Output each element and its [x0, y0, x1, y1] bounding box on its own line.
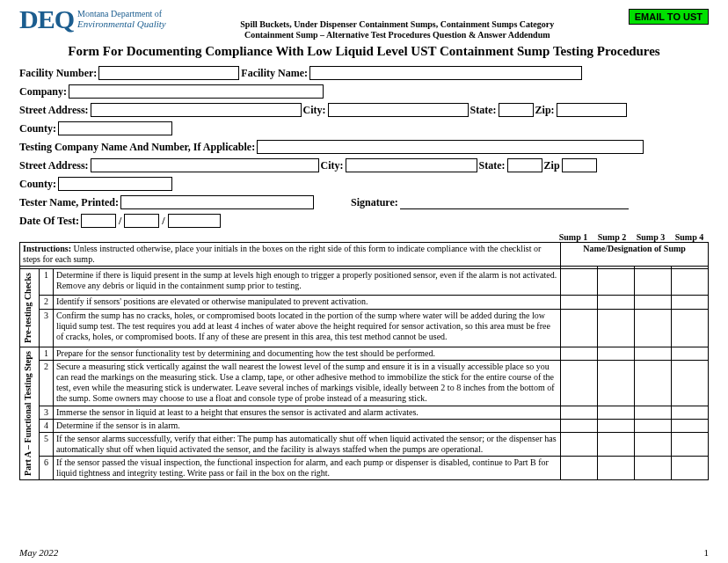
input-testing-company[interactable]	[257, 140, 644, 154]
input-date-dd[interactable]	[124, 214, 159, 228]
parta-3-s4[interactable]	[672, 406, 709, 419]
parta-6-s3[interactable]	[635, 456, 672, 479]
pretest-3-s1[interactable]	[561, 310, 598, 347]
pretest-1-s2[interactable]	[598, 269, 635, 296]
parta-5-s3[interactable]	[635, 432, 672, 456]
pretest-3-s3[interactable]	[635, 310, 672, 347]
pretest-2-s2[interactable]	[598, 295, 635, 309]
label-zip1: Zip:	[535, 104, 555, 117]
input-zip2[interactable]	[562, 158, 597, 172]
parta-6-s2[interactable]	[598, 456, 635, 479]
pretest-section-label: Pre-testing Checks	[20, 269, 40, 347]
input-facility-name[interactable]	[309, 66, 582, 80]
row-testing-company: Testing Company Name And Number, If Appl…	[19, 140, 709, 154]
input-tester[interactable]	[120, 195, 314, 209]
parta-4-s2[interactable]	[598, 419, 635, 432]
label-testing-company: Testing Company Name And Number, If Appl…	[19, 141, 255, 154]
parta-1-s2[interactable]	[598, 347, 635, 361]
input-facility-number[interactable]	[98, 66, 239, 80]
sump-col-3: Sump 3	[633, 232, 668, 242]
email-to-ust-button[interactable]: EMAIL TO UST	[629, 9, 709, 25]
input-zip1[interactable]	[557, 103, 627, 117]
parta-2-s3[interactable]	[635, 361, 672, 406]
row-date: Date Of Test: / /	[19, 214, 709, 228]
parta-4-s4[interactable]	[672, 419, 709, 432]
header-line1: Spill Buckets, Under Dispenser Containme…	[166, 19, 629, 30]
input-date-mm[interactable]	[81, 214, 116, 228]
sump-column-headers: Sump 1 Sump 2 Sump 3 Sump 4	[19, 232, 709, 242]
parta-5-text: If the sensor alarms successfully, verif…	[54, 432, 561, 456]
parta-4-s3[interactable]	[635, 419, 672, 432]
pretest-3-s2[interactable]	[598, 310, 635, 347]
header-center: Spill Buckets, Under Dispenser Containme…	[166, 7, 629, 40]
pretest-2-s4[interactable]	[672, 295, 709, 309]
input-company[interactable]	[69, 84, 324, 99]
parta-3-text: Immerse the sensor in liquid at least to…	[54, 406, 561, 419]
parta-5-s2[interactable]	[598, 432, 635, 456]
instructions-row: Instructions: Unless instructed otherwis…	[20, 243, 709, 267]
pretest-3-num: 3	[40, 310, 54, 347]
instructions-cell: Instructions: Unless instructed otherwis…	[20, 243, 561, 267]
pretest-2-text: Identify if sensors' positions are eleva…	[54, 295, 561, 309]
name-designation-header: Name/Designation of Sump	[561, 243, 709, 267]
parta-6-s1[interactable]	[561, 456, 598, 479]
parta-3-s2[interactable]	[598, 406, 635, 419]
row-facility: Facility Number: Facility Name:	[19, 66, 709, 80]
parta-5-s1[interactable]	[561, 432, 598, 456]
sump-col-1: Sump 1	[556, 232, 591, 242]
pretest-row-2: 2 Identify if sensors' positions are ele…	[20, 295, 709, 309]
parta-2-s4[interactable]	[672, 361, 709, 406]
parta-4-s1[interactable]	[561, 419, 598, 432]
instructions-text: Unless instructed otherwise, place your …	[23, 244, 541, 264]
pretest-1-s3[interactable]	[635, 269, 672, 296]
parta-1-s4[interactable]	[672, 347, 709, 361]
input-city2[interactable]	[346, 158, 477, 172]
logo-acronym: DEQ	[19, 7, 74, 31]
label-facility-name: Facility Name:	[241, 67, 308, 80]
parta-2-text: Secure a measuring stick vertically agai…	[54, 361, 561, 406]
parta-2-num: 2	[40, 361, 54, 406]
pretest-2-s1[interactable]	[561, 295, 598, 309]
footer-date: May 2022	[19, 547, 58, 558]
input-date-yyyy[interactable]	[168, 214, 221, 228]
input-city1[interactable]	[328, 103, 469, 117]
input-state1[interactable]	[499, 103, 534, 117]
parta-6-num: 6	[40, 456, 54, 479]
parta-2-s1[interactable]	[561, 361, 598, 406]
parta-row-2: 2 Secure a measuring stick vertically ag…	[20, 361, 709, 406]
date-sep1: /	[118, 215, 122, 228]
pretest-row-1: Pre-testing Checks 1 Determine if there …	[20, 269, 709, 296]
logo-line1: Montana Department of	[77, 9, 166, 18]
logo-line2: Environmental Quality	[77, 18, 166, 29]
label-county2: County:	[19, 178, 56, 191]
instructions-label: Instructions:	[23, 244, 71, 253]
row-address1: Street Address: City: State: Zip:	[19, 103, 709, 117]
pretest-1-s1[interactable]	[561, 269, 598, 296]
parta-2-s2[interactable]	[598, 361, 635, 406]
pretest-row-3: 3 Confirm the sump has no cracks, holes,…	[20, 310, 709, 347]
label-facility-number: Facility Number:	[19, 67, 97, 80]
footer-page: 1	[704, 547, 710, 558]
parta-6-s4[interactable]	[672, 456, 709, 479]
label-company: Company:	[19, 85, 67, 99]
signature-line[interactable]	[400, 197, 629, 209]
pretest-1-text: Determine if there is liquid present in …	[54, 269, 561, 296]
row-county1: County:	[19, 121, 709, 135]
label-city1: City:	[303, 104, 326, 117]
label-street1: Street Address:	[19, 104, 89, 117]
parta-3-s1[interactable]	[561, 406, 598, 419]
parta-1-s3[interactable]	[635, 347, 672, 361]
input-state2[interactable]	[507, 158, 542, 172]
label-zip2: Zip	[544, 159, 560, 172]
input-street2[interactable]	[91, 158, 319, 172]
parta-1-s1[interactable]	[561, 347, 598, 361]
input-county1[interactable]	[58, 121, 172, 135]
input-street1[interactable]	[91, 103, 302, 117]
parta-3-s3[interactable]	[635, 406, 672, 419]
input-county2[interactable]	[58, 177, 172, 191]
pretest-1-s4[interactable]	[672, 269, 709, 296]
pretest-2-s3[interactable]	[635, 295, 672, 309]
parta-5-s4[interactable]	[672, 432, 709, 456]
parta-row-6: 6 If the sensor passed the visual inspec…	[20, 456, 709, 479]
pretest-3-s4[interactable]	[672, 310, 709, 347]
